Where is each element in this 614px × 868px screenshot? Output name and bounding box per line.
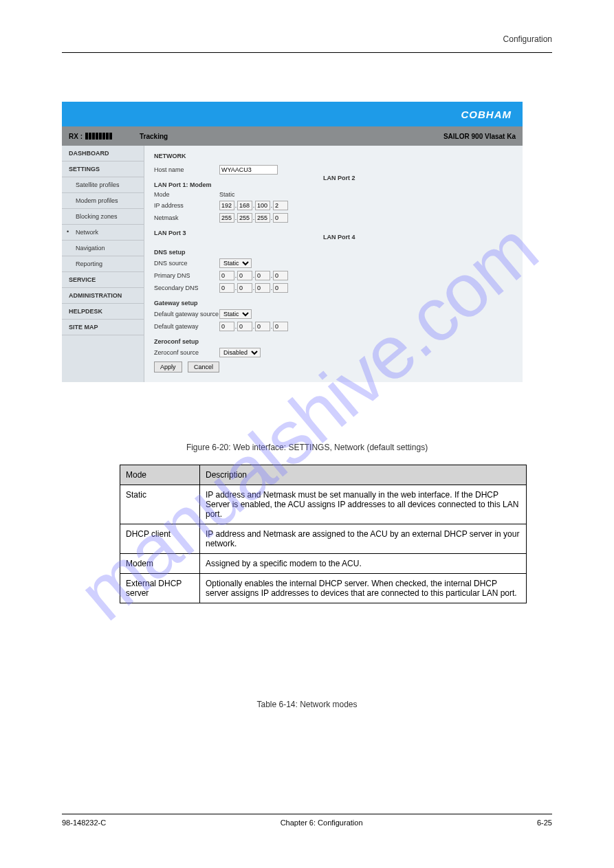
table-row: Modem Assigned by a specific modem to th…	[120, 554, 527, 574]
zeroconf-setup-heading: Zeroconf setup	[154, 338, 513, 345]
nav-reporting[interactable]: Reporting	[62, 256, 144, 272]
nav-modem-profiles[interactable]: Modem profiles	[62, 193, 144, 209]
table-caption: Table 6-14: Network modes	[62, 700, 552, 709]
gw-octet-2[interactable]	[237, 322, 252, 331]
netmask-octet-3[interactable]	[255, 213, 270, 223]
netmask-octet-4[interactable]	[273, 213, 288, 223]
apply-button[interactable]: Apply	[154, 361, 182, 372]
pdns-octet-3[interactable]	[255, 271, 270, 280]
rx-signal-icon	[85, 133, 112, 140]
sdns-octet-2[interactable]	[237, 283, 252, 293]
footer-chapter: Chapter 6: Configuration	[281, 819, 363, 827]
sidebar: DASHBOARD SETTINGS Satellite profiles Mo…	[62, 146, 144, 382]
table-cell: DHCP client	[120, 524, 200, 554]
nav-service[interactable]: SERVICE	[62, 272, 144, 288]
mode-label: Mode	[154, 191, 219, 198]
tracking-status: Tracking	[140, 133, 168, 140]
sdns-octet-3[interactable]	[255, 283, 270, 293]
ip-label: IP address	[154, 202, 219, 209]
brand-logo: COBHAM	[461, 109, 512, 120]
table-cell: Modem	[120, 554, 200, 574]
lan4-heading: LAN Port 4	[323, 234, 355, 241]
primary-dns-label: Primary DNS	[154, 272, 219, 279]
gw-label: Default gateway	[154, 323, 219, 330]
table-row: External DHCP server Optionally enables …	[120, 574, 527, 603]
cancel-button[interactable]: Cancel	[188, 361, 219, 372]
dns-setup-heading: DNS setup	[154, 249, 513, 256]
gw-source-label: Default gateway source	[154, 311, 219, 318]
hostname-label: Host name	[154, 166, 219, 173]
gw-octet-4[interactable]	[273, 322, 288, 331]
table-header-desc: Description	[200, 465, 527, 485]
nav-helpdesk[interactable]: HELPDESK	[62, 304, 144, 320]
model-label: SAILOR 900 VIasat Ka	[443, 133, 516, 140]
sdns-octet-1[interactable]	[219, 283, 234, 293]
figure-caption: Figure 6-20: Web interface: SETTINGS, Ne…	[62, 443, 552, 452]
content-area: NETWORK Host name LAN Port 1: Modem LAN …	[144, 146, 523, 382]
nav-administration[interactable]: ADMINISTRATION	[62, 288, 144, 304]
lan2-heading: LAN Port 2	[323, 175, 355, 181]
screenshot-panel: COBHAM RX : Tracking SAILOR 900 VIasat K…	[62, 102, 523, 382]
pdns-octet-2[interactable]	[237, 271, 252, 280]
header-section-title: Configuration	[503, 34, 552, 44]
ip-octet-4[interactable]	[273, 201, 288, 210]
lan1-heading: LAN Port 1: Modem	[154, 181, 513, 188]
ip-octet-3[interactable]	[255, 201, 270, 210]
dns-source-select[interactable]: Static	[219, 258, 252, 268]
footer-page: 6-25	[537, 819, 552, 827]
netmask-label: Netmask	[154, 214, 219, 221]
nav-blocking-zones[interactable]: Blocking zones	[62, 209, 144, 225]
nav-sitemap[interactable]: SITE MAP	[62, 320, 144, 335]
screenshot-body: DASHBOARD SETTINGS Satellite profiles Mo…	[62, 146, 523, 382]
zeroconf-select[interactable]: Disabled	[219, 348, 261, 357]
gw-source-select[interactable]: Static	[219, 309, 252, 319]
footer-docno: 98-148232-C	[62, 819, 106, 827]
zeroconf-label: Zeroconf source	[154, 349, 219, 356]
sdns-octet-4[interactable]	[273, 283, 288, 293]
hostname-input[interactable]	[219, 165, 278, 175]
nav-navigation[interactable]: Navigation	[62, 241, 144, 256]
nav-satellite-profiles[interactable]: Satellite profiles	[62, 177, 144, 193]
table-cell: Assigned by a specific modem to the ACU.	[200, 554, 527, 574]
netmask-octet-2[interactable]	[237, 213, 252, 223]
page-footer: 98-148232-C Chapter 6: Configuration 6-2…	[62, 814, 552, 827]
table-header-mode: Mode	[120, 465, 200, 485]
pdns-octet-1[interactable]	[219, 271, 234, 280]
nav-dashboard[interactable]: DASHBOARD	[62, 146, 144, 162]
brand-bar: COBHAM	[62, 102, 523, 126]
rx-label: RX :	[69, 133, 83, 140]
dns-source-label: DNS source	[154, 260, 219, 267]
table-cell: External DHCP server	[120, 574, 200, 603]
status-bar: RX : Tracking SAILOR 900 VIasat Ka	[62, 126, 523, 146]
table-row: DHCP client IP address and Netmask are a…	[120, 524, 527, 554]
table-cell: IP address and Netmask are assigned to t…	[200, 524, 527, 554]
table-row: Static IP address and Netmask must be se…	[120, 485, 527, 524]
gw-octet-3[interactable]	[255, 322, 270, 331]
nav-settings[interactable]: SETTINGS	[62, 162, 144, 177]
ip-octet-1[interactable]	[219, 201, 234, 210]
table-cell: Optionally enables the internal DHCP ser…	[200, 574, 527, 603]
network-heading: NETWORK	[154, 153, 513, 159]
netmask-octet-1[interactable]	[219, 213, 234, 223]
mode-value: Static	[219, 191, 235, 198]
page-header: Configuration	[62, 34, 552, 53]
ip-octet-2[interactable]	[237, 201, 252, 210]
table-cell: Static	[120, 485, 200, 524]
secondary-dns-label: Secondary DNS	[154, 285, 219, 291]
modes-table: Mode Description Static IP address and N…	[120, 465, 527, 603]
nav-network[interactable]: Network	[62, 225, 144, 241]
gateway-setup-heading: Gateway setup	[154, 300, 513, 307]
table-cell: IP address and Netmask must be set manua…	[200, 485, 527, 524]
gw-octet-1[interactable]	[219, 322, 234, 331]
pdns-octet-4[interactable]	[273, 271, 288, 280]
